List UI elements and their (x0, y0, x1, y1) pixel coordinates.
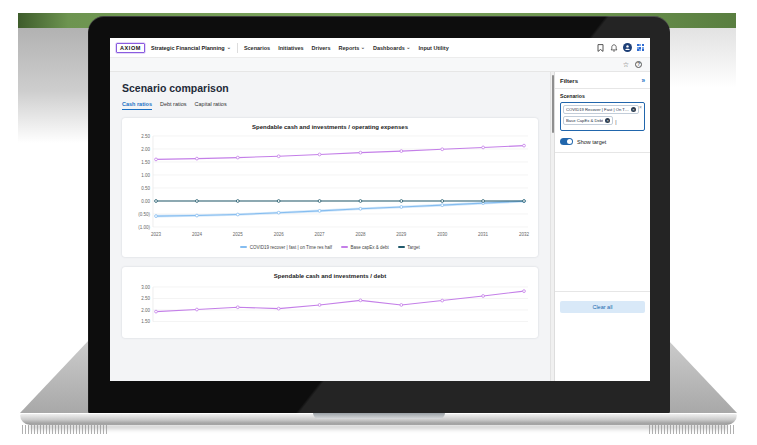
svg-text:0.00: 0.00 (141, 199, 150, 204)
svg-text:1.00: 1.00 (141, 173, 150, 178)
axiom-logo-text: AXIOM (120, 45, 141, 51)
nav-item-dashboards[interactable]: Dashboards⌄ (373, 45, 411, 51)
filters-header: Filters » (555, 72, 650, 89)
main-scrollbar (550, 72, 554, 381)
bookmark-icon[interactable] (597, 44, 605, 52)
app-window: AXIOM Strategic Financial Planning ⌄ Sce… (110, 38, 650, 381)
chart-legend: COVID19 recover | fast | on Time res hal… (128, 243, 532, 251)
product-switcher[interactable]: Strategic Financial Planning ⌄ (151, 45, 231, 51)
laptop-base-side-right (668, 340, 737, 413)
chevron-down-icon: ⌄ (227, 45, 231, 50)
svg-text:2024: 2024 (192, 232, 203, 237)
line-chart-operating-expenses: 2.502.001.501.000.500.00(0.50)(1.00)2023… (128, 133, 532, 243)
filters-panel: Filters » Scenarios × COVID19 Recover | … (554, 72, 650, 381)
nav-item-drivers[interactable]: Drivers (312, 45, 331, 51)
laptop-base-side-left (20, 340, 89, 413)
background-gray-left (18, 28, 88, 143)
scenarios-label: Scenarios (560, 93, 645, 99)
app-grid-icon[interactable] (637, 44, 644, 51)
text-cursor: | (615, 119, 616, 125)
ratio-tabs: Cash ratios Debt ratios Capital ratios (122, 101, 538, 110)
chevron-down-icon: ⌄ (361, 45, 365, 50)
clear-select-icon[interactable]: × (639, 105, 642, 110)
legend-item-base: Base capEx & debt (341, 245, 389, 250)
chevron-down-icon: ⌄ (406, 45, 410, 50)
collapse-panel-icon[interactable]: » (641, 77, 645, 84)
scenarios-filter-section: Scenarios × COVID19 Recover | Fast | On … (555, 89, 650, 131)
laptop-hinge-ridges-right (649, 425, 735, 434)
nav-item-initiatives[interactable]: Initiatives (278, 45, 303, 51)
nav-divider (237, 43, 238, 53)
nav-right-icons (597, 43, 644, 52)
nav-menu: Scenarios Initiatives Drivers Reports⌄ D… (244, 45, 449, 51)
svg-text:3.00: 3.00 (141, 285, 150, 290)
favorite-star-icon[interactable]: ☆ (623, 61, 629, 68)
svg-text:2028: 2028 (355, 232, 366, 237)
main-content: Scenario comparison Cash ratios Debt rat… (110, 72, 550, 381)
remove-chip-icon[interactable]: × (605, 118, 610, 123)
tab-cash-ratios[interactable]: Cash ratios (122, 101, 152, 110)
top-navbar: AXIOM Strategic Financial Planning ⌄ Sce… (110, 38, 650, 58)
product-switcher-label: Strategic Financial Planning (151, 45, 225, 51)
svg-text:1.50: 1.50 (141, 160, 150, 165)
legend-item-target: Target (398, 245, 420, 250)
background-gray-right (670, 28, 736, 88)
svg-text:2025: 2025 (233, 232, 244, 237)
axiom-logo: AXIOM (116, 43, 145, 53)
scrollbar-thumb[interactable] (552, 75, 555, 133)
page-toolbar: ☆ ? (110, 58, 650, 72)
legend-item-covid: COVID19 recover | fast | on Time res hal… (240, 245, 332, 250)
show-target-row: Show target (555, 131, 650, 153)
app-body: Scenario comparison Cash ratios Debt rat… (110, 72, 650, 381)
svg-text:1.50: 1.50 (141, 319, 150, 324)
scenario-chip[interactable]: COVID19 Recover | Fast | On Time Res Hal… (563, 105, 639, 114)
user-avatar[interactable] (623, 43, 632, 52)
tab-debt-ratios[interactable]: Debt ratios (160, 101, 187, 110)
chart-title: Spendable cash and investments / operati… (128, 124, 532, 133)
nav-item-input-utility[interactable]: Input Utility (419, 45, 449, 51)
svg-text:0.50: 0.50 (141, 186, 150, 191)
toggle-knob (567, 139, 572, 144)
show-target-label: Show target (577, 139, 606, 145)
marketing-scene: AXIOM Strategic Financial Planning ⌄ Sce… (0, 0, 757, 445)
legend-swatch (240, 246, 247, 248)
line-chart-debt: 3.002.502.001.50 (128, 282, 532, 332)
svg-text:2.50: 2.50 (141, 134, 150, 139)
show-target-toggle[interactable] (560, 138, 573, 145)
scenario-chip[interactable]: Base CapEx & Debt × (563, 116, 613, 125)
filters-footer: Clear all (555, 291, 650, 381)
remove-chip-icon[interactable]: × (631, 107, 636, 112)
laptop-base-notch (313, 413, 445, 419)
nav-item-scenarios[interactable]: Scenarios (244, 45, 270, 51)
svg-text:(1.00): (1.00) (138, 225, 150, 230)
svg-text:2.00: 2.00 (141, 308, 150, 313)
help-icon[interactable]: ? (635, 61, 642, 68)
svg-text:2.50: 2.50 (141, 296, 150, 301)
page-title: Scenario comparison (122, 82, 538, 94)
bell-icon[interactable] (610, 44, 618, 52)
legend-swatch (341, 246, 348, 248)
laptop-shadow (30, 425, 727, 432)
svg-text:2.00: 2.00 (141, 147, 150, 152)
svg-text:2026: 2026 (274, 232, 285, 237)
svg-text:2023: 2023 (151, 232, 162, 237)
scenarios-multiselect[interactable]: × COVID19 Recover | Fast | On Time Res H… (560, 102, 645, 131)
svg-text:(0.50): (0.50) (138, 212, 150, 217)
svg-text:2029: 2029 (396, 232, 407, 237)
laptop-hinge-ridges-left (22, 425, 108, 434)
legend-swatch (398, 246, 405, 248)
nav-item-reports[interactable]: Reports⌄ (339, 45, 365, 51)
svg-text:2030: 2030 (437, 232, 448, 237)
svg-text:2031: 2031 (478, 232, 489, 237)
filters-title: Filters (560, 78, 578, 84)
tab-capital-ratios[interactable]: Capital ratios (195, 101, 227, 110)
chart-title: Spendable cash and investments / debt (128, 273, 532, 282)
chart-card-operating-expenses: Spendable cash and investments / operati… (122, 118, 538, 257)
clear-all-button[interactable]: Clear all (560, 301, 645, 313)
svg-text:2027: 2027 (315, 232, 326, 237)
svg-text:2032: 2032 (519, 232, 530, 237)
chart-card-debt: Spendable cash and investments / debt 3.… (122, 267, 538, 338)
